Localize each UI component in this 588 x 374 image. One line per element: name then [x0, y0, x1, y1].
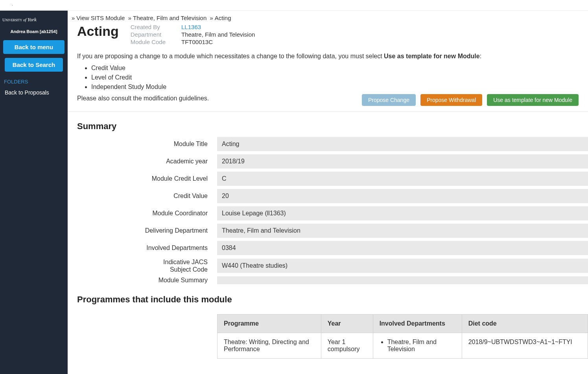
programmes-heading: Programmes that include this module	[68, 287, 588, 310]
back-to-proposals-link[interactable]: Back to Proposals	[0, 87, 68, 98]
involved-depts-label: Involved Departments	[68, 244, 217, 252]
programmes-table: Programme Year Involved Departments Diet…	[217, 314, 588, 359]
module-summary-label: Module Summary	[68, 277, 217, 284]
academic-year-label: Academic year	[68, 158, 217, 165]
table-row: Theatre: Writing, Directing and Performa…	[218, 333, 588, 359]
back-to-search-button[interactable]: Back to Search	[5, 58, 63, 72]
guidelines-text: Please also consult the modification gui…	[77, 94, 209, 102]
main-content: »View SITS Module »Theatre, Film and Tel…	[68, 11, 588, 374]
module-meta: Created By Department Module Code LL1363…	[131, 24, 255, 46]
year-header: Year	[321, 315, 373, 333]
involved-depts-value: 0384	[217, 241, 588, 255]
info-text-bold: Use as template for new Module	[384, 53, 480, 59]
module-code-label: Module Code	[131, 39, 166, 46]
sidebar: UNIVERSITY of York Andrea Boam [ab1254] …	[0, 11, 68, 374]
change-info-list: Credit Value Level of Credit Independent…	[68, 61, 588, 94]
svg-text:UNIVERSITY of York: UNIVERSITY of York	[2, 17, 37, 22]
involved-item: Theatre, Film and Television	[387, 339, 455, 353]
created-by-value[interactable]: LL1363	[181, 24, 255, 31]
propose-withdrawal-button[interactable]: Propose Withdrawal	[420, 94, 482, 106]
breadcrumb-item-2[interactable]: Theatre, Film and Television	[133, 15, 206, 21]
summary-heading: Summary	[68, 121, 588, 137]
diet-cell: 2018/9~UBTWDSTWD3~A1~1~FTYI	[462, 333, 588, 359]
coordinator-label: Module Coordinator	[68, 210, 217, 217]
current-user: Andrea Boam [ab1254]	[0, 28, 68, 38]
jacs-label: Indicative JACSSubject Code	[68, 258, 217, 273]
academic-year-value: 2018/19	[217, 154, 588, 168]
breadcrumb-sep: »	[208, 15, 214, 21]
change-info-text: If you are proposing a change to a modul…	[68, 48, 588, 61]
delivering-dept-value: Theatre, Film and Television	[217, 224, 588, 238]
credit-level-label: Module Credit Level	[68, 175, 217, 182]
info-bullet-independent: Independent Study Module	[91, 82, 579, 92]
breadcrumb-sep: »	[127, 15, 133, 21]
jacs-value: W440 (Theatre studies)	[217, 259, 588, 273]
year-cell: Year 1 compulsory	[321, 333, 373, 359]
credit-value-value: 20	[217, 189, 588, 203]
info-bullet-credit-value: Credit Value	[91, 63, 579, 73]
propose-change-button[interactable]: Propose Change	[362, 94, 416, 106]
diet-header: Diet code	[462, 315, 588, 333]
module-code-value: TFT00013C	[181, 39, 255, 46]
breadcrumb-item-1[interactable]: View SITS Module	[76, 15, 125, 21]
back-to-menu-button[interactable]: Back to menu	[3, 40, 65, 54]
breadcrumb-sep: »	[70, 15, 76, 21]
created-by-label: Created By	[131, 24, 166, 31]
involved-header: Involved Departments	[373, 315, 462, 333]
info-bullet-level: Level of Credit	[91, 73, 579, 82]
section-divider	[68, 111, 588, 112]
coordinator-value: Louise Lepage (ll1363)	[217, 206, 588, 220]
use-as-template-button[interactable]: Use as template for new Module	[487, 94, 579, 106]
breadcrumb-item-3[interactable]: Acting	[215, 15, 231, 21]
credit-value-label: Credit Value	[68, 193, 217, 200]
module-title-value: Acting	[217, 137, 588, 151]
module-summary-value	[217, 276, 588, 284]
breadcrumb: »View SITS Module »Theatre, Film and Tel…	[68, 11, 588, 24]
page-title: Acting	[77, 24, 131, 39]
programme-cell: Theatre: Writing, Directing and Performa…	[218, 333, 321, 359]
delivering-dept-label: Delivering Department	[68, 227, 217, 234]
top-strip-marker: .	[0, 2, 13, 6]
involved-cell: Theatre, Film and Television	[373, 333, 462, 359]
module-title-label: Module Title	[68, 141, 217, 148]
info-text-pre: If you are proposing a change to a modul…	[77, 53, 384, 59]
university-logo: UNIVERSITY of York	[0, 11, 68, 28]
programme-header: Programme	[218, 315, 321, 333]
credit-level-value: C	[217, 172, 588, 186]
department-label: Department	[131, 31, 166, 39]
folders-heading: FOLDERS	[0, 76, 68, 87]
department-value: Theatre, Film and Television	[181, 31, 255, 39]
